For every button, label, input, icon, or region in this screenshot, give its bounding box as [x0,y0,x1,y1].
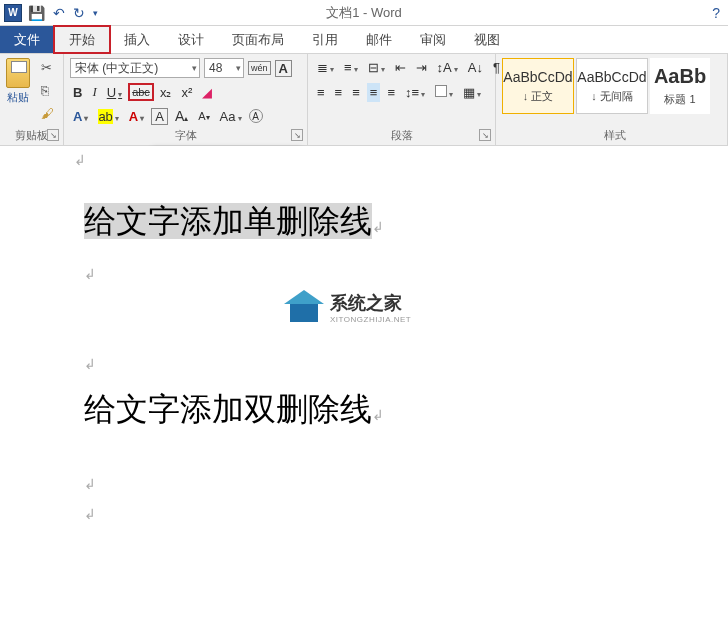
char-shading-button[interactable]: A [151,108,168,125]
font-size-value: 48 [209,61,222,75]
align-center-button[interactable]: ≡ [332,83,346,102]
line-spacing-button[interactable]: ↕≡ [402,83,428,102]
group-styles-label: 样式 [502,126,727,143]
sort-button[interactable]: A↓ [465,58,486,77]
window-title: 文档1 - Word [326,4,402,22]
style-normal[interactable]: AaBbCcDd ↓ 正文 [502,58,574,114]
enclose-char-button[interactable]: A [249,109,263,123]
font-name-combo[interactable]: 宋体 (中文正文)▾ [70,58,200,78]
decrease-indent-button[interactable]: ⇤ [392,58,409,77]
tab-file[interactable]: 文件 [0,26,54,53]
justify-button[interactable]: ≡ [367,83,381,102]
ribbon-tabs: 文件 开始 插入 设计 页面布局 引用 邮件 审阅 视图 [0,26,728,54]
borders-button[interactable]: ▦ [460,83,484,102]
style-preview: AaBb [654,65,706,88]
tab-home[interactable]: 开始 [54,26,110,53]
style-nospacing[interactable]: AaBbCcDd ↓ 无间隔 [576,58,648,114]
watermark-logo: 系统之家 XITONGZHIJIA.NET [284,290,411,324]
subscript-button[interactable]: x₂ [157,83,175,102]
strikethrough-button[interactable]: abc [129,84,153,100]
italic-button[interactable]: I [89,82,99,102]
paragraph-mark-icon: ↲ [84,356,96,373]
logo-text-cn: 系统之家 [330,291,411,315]
group-font-label: 字体 [70,126,301,143]
distribute-button[interactable]: ≡ [384,83,398,102]
tab-view[interactable]: 视图 [460,26,514,53]
save-icon[interactable]: 💾 [26,5,47,21]
superscript-button[interactable]: x² [178,83,195,102]
change-case-button[interactable]: Aa [217,107,245,126]
tab-insert[interactable]: 插入 [110,26,164,53]
style-heading1[interactable]: AaBb 标题 1 [650,58,710,114]
cut-button[interactable]: ✂ [38,58,57,77]
tab-layout[interactable]: 页面布局 [218,26,298,53]
format-painter-button[interactable]: 🖌 [38,104,57,123]
multilevel-button[interactable]: ⊟ [365,58,388,77]
font-name-value: 宋体 (中文正文) [75,60,158,77]
help-icon[interactable]: ? [712,5,720,21]
house-icon [284,290,324,324]
paragraph-mark-icon: ↲ [372,220,384,235]
tab-references[interactable]: 引用 [298,26,352,53]
group-paragraph: ≣ ≡ ⊟ ⇤ ⇥ ↕A A↓ ¶ ≡ ≡ ≡ ≡ ≡ ↕≡ ▦ 段落 ↘ [308,54,496,145]
underline-button[interactable]: U [104,83,125,102]
paragraph-launcher[interactable]: ↘ [479,129,491,141]
copy-button[interactable]: ⎘ [38,81,57,100]
paste-label: 粘贴 [7,90,29,105]
shrink-font-button[interactable]: A▾ [195,108,212,124]
style-name: ↓ 正文 [523,89,554,104]
logo-text-en: XITONGZHIJIA.NET [330,315,411,324]
tab-mailings[interactable]: 邮件 [352,26,406,53]
document-area: 删除线 在文本中间画一条线。 ↲ 给文字添加单删除线↲ ↲ 系统之家 XITON… [0,146,728,640]
font-color-button[interactable]: A [126,107,147,126]
undo-icon[interactable]: ↶ [51,5,67,21]
align-left-button[interactable]: ≡ [314,83,328,102]
text-effects-button[interactable]: A [70,107,91,126]
document-line-2[interactable]: 给文字添加双删除线 [84,391,372,427]
font-launcher[interactable]: ↘ [291,129,303,141]
clear-format-button[interactable]: ◢ [199,83,215,102]
group-font: 宋体 (中文正文)▾ 48▾ wén A B I U abc x₂ x² ◢ A… [64,54,308,145]
style-preview: AaBbCcDd [503,69,572,85]
phonetic-guide-button[interactable]: wén [248,61,271,75]
paste-button[interactable]: 粘贴 [6,58,30,105]
ribbon: 粘贴 ✂ ⎘ 🖌 剪贴板 ↘ 宋体 (中文正文)▾ 48▾ wén A [0,54,728,146]
char-border-button[interactable]: A [275,60,292,77]
text-direction-button[interactable]: ↕A [434,58,461,77]
group-paragraph-label: 段落 [314,126,489,143]
title-bar: W 💾 ↶ ↻ ▾ 文档1 - Word ? [0,0,728,26]
style-preview: AaBbCcDd [577,69,646,85]
style-name: 标题 1 [664,92,695,107]
paragraph-mark-icon: ↲ [84,506,96,523]
paragraph-mark-icon: ↲ [84,266,96,283]
clipboard-launcher[interactable]: ↘ [47,129,59,141]
paste-icon [6,58,30,88]
font-size-combo[interactable]: 48▾ [204,58,244,78]
redo-icon[interactable]: ↻ [71,5,87,21]
quick-access-toolbar: W 💾 ↶ ↻ ▾ [0,4,104,22]
shading-button[interactable] [432,83,456,102]
align-right-button[interactable]: ≡ [349,83,363,102]
tab-design[interactable]: 设计 [164,26,218,53]
tab-review[interactable]: 审阅 [406,26,460,53]
bold-button[interactable]: B [70,83,85,102]
paragraph-mark-icon: ↲ [372,408,384,423]
grow-font-button[interactable]: A▴ [172,106,191,126]
group-styles: AaBbCcDd ↓ 正文 AaBbCcDd ↓ 无间隔 AaBb 标题 1 样… [496,54,728,145]
increase-indent-button[interactable]: ⇥ [413,58,430,77]
group-clipboard: 粘贴 ✂ ⎘ 🖌 剪贴板 ↘ [0,54,64,145]
paragraph-mark-icon: ↲ [84,476,96,493]
qat-more-icon[interactable]: ▾ [91,8,100,18]
document-line-1[interactable]: 给文字添加单删除线 [84,203,372,239]
highlight-button[interactable]: ab [95,107,121,126]
bullets-button[interactable]: ≣ [314,58,337,77]
paragraph-mark-icon: ↲ [74,152,86,169]
numbering-button[interactable]: ≡ [341,58,361,77]
document-page[interactable]: ↲ 给文字添加单删除线↲ ↲ 系统之家 XITONGZHIJIA.NET ↲ 给… [84,146,684,640]
style-name: ↓ 无间隔 [591,89,633,104]
word-app-icon[interactable]: W [4,4,22,22]
